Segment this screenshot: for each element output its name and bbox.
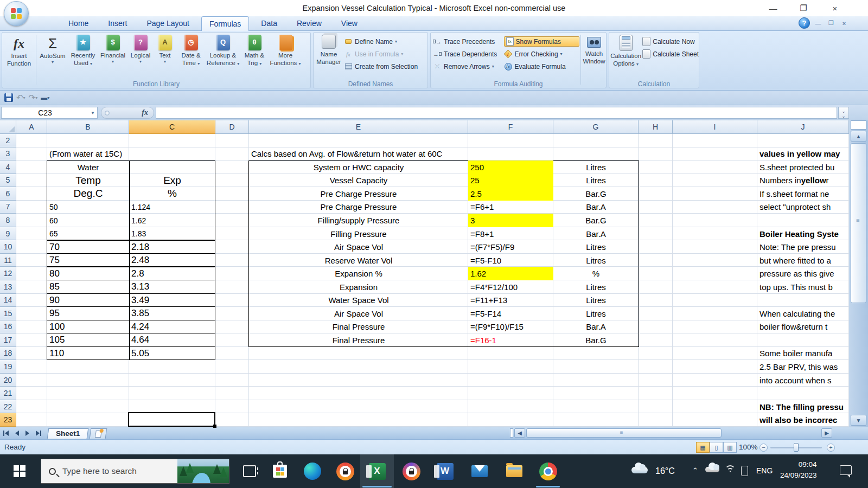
excel-taskbar-button[interactable]: X: [360, 454, 394, 488]
cell-E15[interactable]: Air Space Vol: [249, 307, 468, 320]
cell-J11[interactable]: but where fitted to a: [757, 254, 849, 267]
row-header-21[interactable]: 21: [0, 387, 16, 400]
cell-G17[interactable]: Bar.G: [553, 333, 639, 347]
tab-formulas[interactable]: Formulas: [201, 16, 249, 31]
insert-worksheet-button[interactable]: [90, 428, 107, 439]
cell-B17[interactable]: 105: [47, 333, 129, 347]
cell-G7[interactable]: Bar.A: [553, 201, 639, 214]
word-taskbar-button[interactable]: W: [430, 454, 460, 488]
cell-B5[interactable]: Temp: [47, 174, 129, 188]
column-header-F[interactable]: F: [468, 120, 553, 134]
wifi-icon[interactable]: [725, 465, 736, 474]
cell-C10[interactable]: 2.18: [129, 240, 215, 254]
cell-J18[interactable]: Some boiler manufa: [757, 347, 849, 361]
column-header-B[interactable]: B: [47, 120, 129, 134]
office-button[interactable]: [4, 1, 29, 26]
cell-B11[interactable]: 75: [47, 254, 129, 267]
cell-J22[interactable]: NB: The filling pressu: [757, 400, 849, 414]
cell-F14[interactable]: =F11+F13: [468, 294, 553, 307]
cell-B13[interactable]: 85: [47, 280, 129, 294]
privacy-browser-button[interactable]: [330, 454, 360, 488]
cell-E12[interactable]: Expansion %: [249, 267, 468, 280]
sheet-tab-sheet1[interactable]: Sheet1: [47, 428, 89, 439]
cell-C9[interactable]: 1.83: [129, 227, 215, 241]
row-header-8[interactable]: 8: [0, 214, 16, 227]
cell-F9[interactable]: =F8+1: [468, 227, 553, 241]
cell-J3[interactable]: values in yellow may: [757, 147, 849, 161]
cell-E5[interactable]: Vessel Capacity: [249, 174, 468, 188]
cell-C5[interactable]: Exp: [129, 174, 215, 188]
cell-B8[interactable]: 60: [47, 214, 129, 227]
cell-F13[interactable]: =F4*F12/100: [468, 280, 553, 294]
hidden-icons-chevron[interactable]: ⌃: [692, 466, 698, 474]
cell-J7[interactable]: select "unprotect sh: [757, 201, 849, 214]
clock[interactable]: 09:0424/09/2023: [780, 459, 817, 480]
column-header-A[interactable]: A: [16, 120, 47, 134]
row-header-11[interactable]: 11: [0, 254, 16, 267]
column-header-G[interactable]: G: [553, 120, 639, 134]
cell-B14[interactable]: 90: [47, 294, 129, 307]
privacy-browser-2-button[interactable]: [396, 454, 426, 488]
cell-C16[interactable]: 4.24: [129, 320, 215, 334]
your-phone-icon[interactable]: [741, 466, 748, 476]
cell-F4[interactable]: 250: [468, 160, 553, 174]
cell-J23[interactable]: will also be incorrec: [757, 413, 849, 427]
row-header-16[interactable]: 16: [0, 320, 16, 334]
page-break-view-button[interactable]: ▥: [723, 442, 737, 453]
row-header-4[interactable]: 4: [0, 160, 16, 174]
cell-F10[interactable]: =(F7*F5)/F9: [468, 240, 553, 254]
cell-G5[interactable]: Litres: [553, 174, 639, 188]
cell-E6[interactable]: Pre Charge Pressure: [249, 187, 468, 201]
horizontal-scroll-thumb[interactable]: [526, 428, 722, 438]
cell-G8[interactable]: Bar.G: [553, 214, 639, 227]
cell-B7[interactable]: 50: [47, 201, 129, 214]
language-indicator[interactable]: ENG: [756, 466, 773, 475]
cell-B10[interactable]: 70: [47, 240, 129, 254]
column-header-J[interactable]: J: [757, 120, 849, 134]
page-layout-view-button[interactable]: ▯: [710, 442, 723, 453]
cell-G4[interactable]: Litres: [553, 160, 639, 174]
vertical-scrollbar[interactable]: ▲ ▼: [849, 120, 868, 427]
cell-F16[interactable]: =(F9*F10)/F15: [468, 320, 553, 334]
cell-F11[interactable]: =F5-F10: [468, 254, 553, 267]
fill-handle[interactable]: [213, 425, 216, 428]
column-header-H[interactable]: H: [639, 120, 673, 134]
select-all-corner[interactable]: [0, 120, 16, 134]
column-header-E[interactable]: E: [249, 120, 468, 134]
cell-C11[interactable]: 2.48: [129, 254, 215, 267]
cell-C17[interactable]: 4.64: [129, 333, 215, 347]
row-header-5[interactable]: 5: [0, 174, 16, 188]
cell-C12[interactable]: 2.8: [129, 267, 215, 280]
row-header-17[interactable]: 17: [0, 333, 16, 347]
edge-button[interactable]: [297, 454, 328, 488]
horizontal-scrollbar[interactable]: ◀ ▶: [510, 428, 832, 438]
cell-B15[interactable]: 95: [47, 307, 129, 320]
scroll-down-button[interactable]: ▼: [851, 415, 866, 426]
scroll-left-button[interactable]: ◀: [514, 428, 525, 438]
cell-J9[interactable]: Boiler Heating Syste: [757, 227, 849, 241]
cell-E8[interactable]: Filling/supply Pressure: [249, 214, 468, 227]
onedrive-icon[interactable]: [705, 467, 719, 472]
row-header-7[interactable]: 7: [0, 201, 16, 214]
vertical-split-box[interactable]: [851, 120, 866, 130]
selected-cell-C23[interactable]: [128, 412, 215, 427]
cell-E16[interactable]: Final Pressure: [249, 320, 468, 334]
vertical-scroll-thumb[interactable]: [851, 143, 866, 303]
cell-G6[interactable]: Bar.G: [553, 187, 639, 201]
mail-taskbar-button[interactable]: [464, 454, 495, 488]
row-header-12[interactable]: 12: [0, 267, 16, 280]
cell-B12[interactable]: 80: [47, 267, 129, 280]
cell-C13[interactable]: 3.13: [129, 280, 215, 294]
file-explorer-button[interactable]: [499, 454, 529, 488]
cell-F5[interactable]: 25: [468, 174, 553, 188]
cell-F6[interactable]: 2.5: [468, 187, 553, 201]
cell-E17[interactable]: Final Pressure: [249, 333, 468, 347]
first-sheet-button[interactable]: [0, 431, 12, 436]
cell-B16[interactable]: 100: [47, 320, 129, 334]
cell-J12[interactable]: pressure as this give: [757, 267, 849, 280]
row-header-10[interactable]: 10: [0, 240, 16, 254]
cell-C8[interactable]: 1.62: [129, 214, 215, 227]
cell-G16[interactable]: Bar.A: [553, 320, 639, 334]
horizontal-split-box[interactable]: [510, 428, 513, 438]
cell-E13[interactable]: Expansion: [249, 280, 468, 294]
